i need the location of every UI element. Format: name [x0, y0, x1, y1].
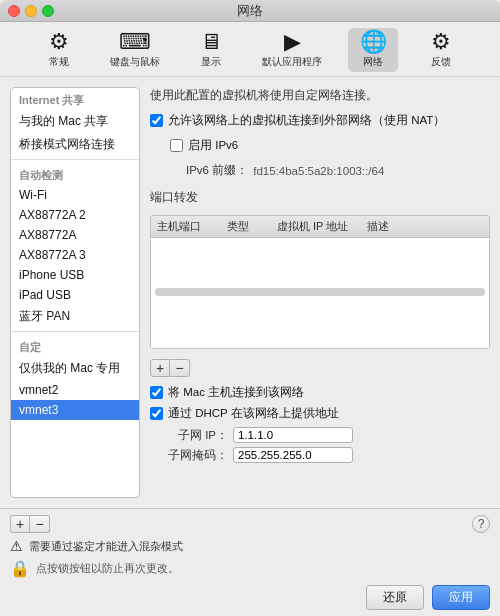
subnet-ip-row: 子网 IP：: [168, 427, 490, 443]
toolbar-label-network: 网络: [363, 55, 383, 69]
lock-row: 🔒 点按锁按钮以防止再次更改。: [10, 559, 490, 578]
bottom-remove-button[interactable]: −: [30, 515, 50, 533]
bottom-add-button[interactable]: +: [10, 515, 30, 533]
pf-col-type: 类型: [221, 216, 271, 237]
sidebar-item-ax88772a2[interactable]: AX88772A 2: [11, 205, 139, 225]
dhcp-label: 通过 DHCP 在该网络上提供地址: [168, 406, 339, 421]
enable-ipv6-label: 启用 IPv6: [188, 138, 238, 153]
network-icon: 🌐: [360, 31, 387, 53]
apply-button[interactable]: 应用: [432, 585, 490, 610]
main-content: Internet 共享 与我的 Mac 共享 桥接模式网络连接 自动检测 Wi-…: [0, 77, 500, 508]
toolbar-label-keyboard: 键盘与鼠标: [110, 55, 160, 69]
enable-ipv6-checkbox[interactable]: [170, 139, 183, 152]
right-panel: 使用此配置的虚拟机将使用自定网络连接。 允许该网络上的虚拟机连接到外部网络（使用…: [150, 87, 490, 498]
sidebar-item-vmnet3[interactable]: vmnet3: [11, 400, 139, 420]
toolbar-item-general[interactable]: ⚙ 常规: [34, 28, 84, 72]
lock-text: 点按锁按钮以防止再次更改。: [36, 561, 179, 576]
action-buttons: 还原 应用: [10, 585, 490, 610]
subnet-mask-label: 子网掩码：: [168, 448, 228, 463]
allow-nat-row: 允许该网络上的虚拟机连接到外部网络（使用 NAT）: [150, 113, 490, 128]
sidebar-item-bridge[interactable]: 桥接模式网络连接: [11, 133, 139, 156]
display-icon: 🖥: [200, 31, 222, 53]
pf-col-host-port: 主机端口: [151, 216, 221, 237]
bottom-controls-row: + − ?: [10, 515, 490, 533]
port-forwarding-label: 端口转发: [150, 190, 490, 205]
toolbar-item-feedback[interactable]: ⚙ 反馈: [416, 28, 466, 72]
port-forwarding-table: 主机端口 类型 虚拟机 IP 地址 描述: [150, 215, 490, 349]
allow-nat-label: 允许该网络上的虚拟机连接到外部网络（使用 NAT）: [168, 113, 445, 128]
subnet-ip-input[interactable]: [233, 427, 353, 443]
lock-icon[interactable]: 🔒: [10, 559, 30, 578]
dhcp-checkbox[interactable]: [150, 407, 163, 420]
panel-description: 使用此配置的虚拟机将使用自定网络连接。: [150, 87, 490, 103]
sidebar-item-iphone-usb[interactable]: iPhone USB: [11, 265, 139, 285]
minimize-button[interactable]: [25, 5, 37, 17]
revert-button[interactable]: 还原: [366, 585, 424, 610]
pf-table-body: [151, 288, 489, 348]
pf-table-header: 主机端口 类型 虚拟机 IP 地址 描述: [151, 216, 489, 238]
sidebar-section-autodetect: 自动检测: [11, 163, 139, 185]
subnet-mask-input[interactable]: [233, 447, 353, 463]
sidebar-divider-1: [11, 159, 139, 160]
close-button[interactable]: [8, 5, 20, 17]
sidebar-item-mac-only[interactable]: 仅供我的 Mac 专用: [11, 357, 139, 380]
maximize-button[interactable]: [42, 5, 54, 17]
sidebar-divider-2: [11, 331, 139, 332]
bottom-pm-buttons: + −: [10, 515, 50, 533]
toolbar-item-keyboard[interactable]: ⌨ 键盘与鼠标: [102, 28, 168, 72]
title-bar: 网络: [0, 0, 500, 22]
sidebar-section-internet: Internet 共享: [11, 88, 139, 110]
feedback-icon: ⚙: [431, 31, 451, 53]
toolbar-item-network[interactable]: 🌐 网络: [348, 28, 398, 72]
sidebar-item-ax88772a3[interactable]: AX88772A 3: [11, 245, 139, 265]
toolbar-item-default-apps[interactable]: ▶ 默认应用程序: [254, 28, 330, 72]
sidebar-item-bluetooth-pan[interactable]: 蓝牙 PAN: [11, 305, 139, 328]
toolbar: ⚙ 常规 ⌨ 键盘与鼠标 🖥 显示 ▶ 默认应用程序 🌐 网络 ⚙ 反馈: [0, 22, 500, 77]
pf-col-description: 描述: [361, 216, 489, 237]
warning-icon: ⚠: [10, 538, 23, 554]
subnet-mask-row: 子网掩码：: [168, 447, 490, 463]
pf-remove-button[interactable]: −: [170, 359, 190, 377]
warning-row: ⚠ 需要通过鉴定才能进入混杂模式: [10, 538, 490, 554]
sidebar-section-custom: 自定: [11, 335, 139, 357]
dhcp-row: 通过 DHCP 在该网络上提供地址: [150, 406, 490, 421]
toolbar-label-general: 常规: [49, 55, 69, 69]
pf-pm-buttons: + −: [150, 359, 490, 377]
window-title: 网络: [237, 2, 263, 20]
sidebar-item-share-mac[interactable]: 与我的 Mac 共享: [11, 110, 139, 133]
traffic-lights: [8, 5, 54, 17]
toolbar-label-feedback: 反馈: [431, 55, 451, 69]
default-apps-icon: ▶: [284, 31, 301, 53]
sidebar-item-ax88772a[interactable]: AX88772A: [11, 225, 139, 245]
toolbar-label-display: 显示: [201, 55, 221, 69]
sidebar-item-vmnet2[interactable]: vmnet2: [11, 380, 139, 400]
help-button[interactable]: ?: [472, 515, 490, 533]
window: 网络 ⚙ 常规 ⌨ 键盘与鼠标 🖥 显示 ▶ 默认应用程序 🌐 网络 ⚙ 反馈: [0, 0, 500, 616]
bottom-checkboxes: 将 Mac 主机连接到该网络 通过 DHCP 在该网络上提供地址 子网 IP： …: [150, 385, 490, 463]
ipv6-prefix-value: fd15:4ba5:5a2b:1003::/64: [253, 165, 384, 177]
ipv6-row: 启用 IPv6: [170, 138, 490, 153]
connect-mac-label: 将 Mac 主机连接到该网络: [168, 385, 304, 400]
pf-scrollbar[interactable]: [155, 288, 485, 296]
connect-mac-checkbox[interactable]: [150, 386, 163, 399]
ipv6-prefix-row: IPv6 前缀： fd15:4ba5:5a2b:1003::/64: [186, 163, 490, 178]
subnet-ip-label: 子网 IP：: [168, 428, 228, 443]
sidebar-item-ipad-usb[interactable]: iPad USB: [11, 285, 139, 305]
warning-text: 需要通过鉴定才能进入混杂模式: [29, 539, 183, 554]
ipv6-prefix-label: IPv6 前缀：: [186, 163, 248, 178]
toolbar-item-display[interactable]: 🖥 显示: [186, 28, 236, 72]
sidebar-item-wifi[interactable]: Wi-Fi: [11, 185, 139, 205]
bottom-bar: + − ? ⚠ 需要通过鉴定才能进入混杂模式 🔒 点按锁按钮以防止再次更改。 还…: [0, 508, 500, 616]
pf-add-button[interactable]: +: [150, 359, 170, 377]
pf-col-vm-ip: 虚拟机 IP 地址: [271, 216, 361, 237]
allow-nat-checkbox[interactable]: [150, 114, 163, 127]
toolbar-label-default-apps: 默认应用程序: [262, 55, 322, 69]
sidebar: Internet 共享 与我的 Mac 共享 桥接模式网络连接 自动检测 Wi-…: [10, 87, 140, 498]
connect-mac-row: 将 Mac 主机连接到该网络: [150, 385, 490, 400]
general-icon: ⚙: [49, 31, 69, 53]
keyboard-icon: ⌨: [119, 31, 151, 53]
